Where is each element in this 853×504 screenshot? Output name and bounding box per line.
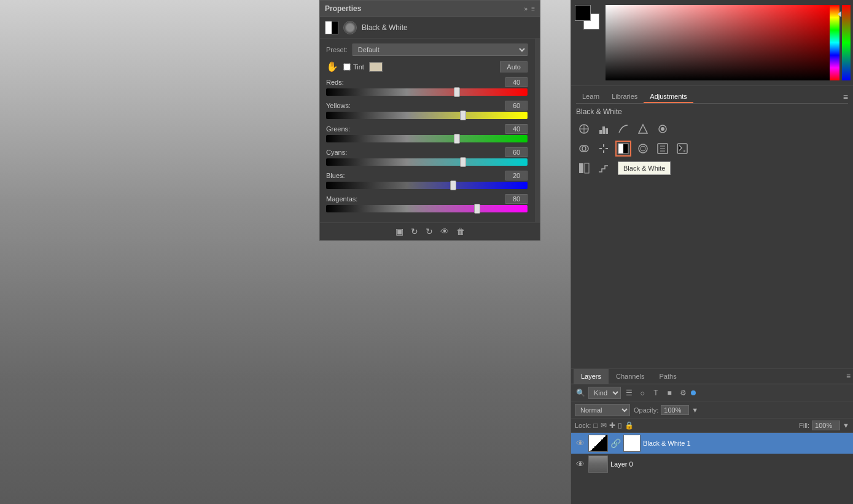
levels-icon[interactable]	[596, 121, 612, 137]
bw-circle-icon[interactable]	[343, 21, 357, 34]
layer-row-bw1[interactable]: 👁 🔗 Black & White 1	[571, 433, 853, 454]
kind-select[interactable]: Kind	[588, 387, 621, 399]
properties-panel: Properties » ≡ Black & White Preset:	[319, 0, 540, 241]
collapse-icon[interactable]: »	[524, 6, 528, 12]
magentas-thumb[interactable]	[474, 204, 480, 214]
delete-icon[interactable]: 🗑	[456, 227, 465, 236]
opacity-input[interactable]	[661, 405, 689, 415]
black-white-icon[interactable]	[615, 141, 631, 157]
lock-label: Lock:	[575, 422, 591, 429]
layer-eye-bw1[interactable]: 👁	[575, 438, 586, 449]
layer-type-filter-icon[interactable]: ☰	[623, 387, 634, 398]
spectrum-thumb[interactable]	[838, 11, 841, 17]
layer-chain-icon-bw1[interactable]: 🔗	[610, 438, 621, 448]
layers-area: Layers Channels Paths ≡ 🔍 Kind ☰ ☼ T ■ ⚙	[571, 369, 853, 504]
lock-all-icon[interactable]: 🔒	[625, 421, 634, 430]
fill-arrow[interactable]: ▼	[843, 422, 849, 429]
clip-to-layer-icon[interactable]: ▣	[395, 227, 403, 236]
reds-thumb[interactable]	[454, 87, 460, 97]
cyans-thumb[interactable]	[460, 157, 466, 167]
tab-adjustments[interactable]: Adjustments	[644, 91, 693, 103]
svg-rect-17	[585, 163, 589, 173]
adjustment-filter-icon[interactable]: ☼	[637, 387, 648, 398]
magentas-track[interactable]	[326, 205, 528, 212]
tab-learn[interactable]: Learn	[576, 91, 606, 103]
color-spectrum-bar[interactable]	[830, 5, 839, 80]
visibility-icon[interactable]: 👁	[440, 227, 449, 236]
opacity-arrow[interactable]: ▼	[691, 406, 698, 414]
hand-tool-icon[interactable]: ✋	[326, 61, 338, 72]
panel-menu-icon[interactable]: ≡	[843, 92, 848, 102]
layers-menu-icon[interactable]: ≡	[846, 372, 851, 381]
cyans-value[interactable]	[505, 147, 528, 157]
right-panel: Learn Libraries Adjustments ≡ Black & Wh…	[571, 0, 853, 504]
auto-button[interactable]: Auto	[500, 61, 528, 72]
bw-halftone-icon[interactable]	[325, 21, 338, 34]
color-bars-strip[interactable]	[842, 5, 851, 80]
opacity-label: Opacity:	[634, 406, 658, 414]
view-previous-icon[interactable]: ↻	[411, 227, 418, 236]
photo-filter-icon[interactable]	[635, 141, 651, 157]
svg-rect-10	[623, 144, 628, 153]
lock-artboard-icon[interactable]: ▯	[618, 421, 622, 430]
yellows-track[interactable]	[326, 112, 528, 119]
lock-transparent-icon[interactable]: □	[593, 421, 598, 430]
smart-filter-icon[interactable]: ⚙	[677, 387, 688, 398]
tint-checkbox[interactable]	[343, 63, 351, 71]
tab-channels[interactable]: Channels	[609, 369, 652, 384]
text-filter-icon[interactable]: T	[650, 387, 661, 398]
vibrance-icon[interactable]	[655, 121, 671, 137]
color-gradient-picker[interactable]	[606, 5, 830, 80]
greens-value[interactable]	[505, 124, 528, 134]
reds-value[interactable]	[505, 77, 528, 87]
lock-image-icon[interactable]: ✉	[601, 421, 607, 430]
hue-saturation-icon[interactable]	[576, 141, 592, 157]
properties-header-icons: » ≡	[524, 6, 535, 12]
cyans-label-row: Cyans:	[326, 147, 528, 157]
greens-thumb[interactable]	[454, 134, 460, 144]
reds-slider-row: Reds:	[326, 77, 528, 96]
layer-thumb-bw1	[588, 435, 608, 452]
magentas-label: Magentas:	[326, 195, 357, 203]
shape-filter-icon[interactable]: ■	[664, 387, 675, 398]
color-swatches	[571, 0, 603, 85]
tab-libraries[interactable]: Libraries	[606, 91, 644, 103]
blues-value[interactable]	[505, 171, 528, 180]
channel-mixer-icon[interactable]	[655, 141, 671, 157]
foreground-color-box[interactable]	[575, 5, 591, 21]
greens-label: Greens:	[326, 125, 350, 133]
blues-thumb[interactable]	[450, 180, 456, 190]
lock-position-icon[interactable]: ✚	[609, 421, 615, 430]
brightness-contrast-icon[interactable]	[576, 121, 592, 137]
svg-point-12	[639, 144, 647, 153]
reds-track[interactable]	[326, 88, 528, 96]
color-lookup-icon[interactable]	[674, 141, 690, 157]
greens-track[interactable]	[326, 135, 528, 142]
menu-icon[interactable]: ≡	[531, 6, 535, 12]
fill-input[interactable]	[812, 421, 840, 430]
tint-color-box[interactable]	[369, 62, 383, 72]
properties-subheader: Black & White	[320, 17, 540, 39]
svg-rect-15	[677, 144, 687, 153]
layer-eye-layer0[interactable]: 👁	[575, 459, 586, 470]
blues-track[interactable]	[326, 182, 528, 189]
curves-icon[interactable]	[615, 121, 631, 137]
cyans-track[interactable]	[326, 158, 528, 166]
magentas-value[interactable]	[505, 194, 528, 204]
color-balance-icon[interactable]	[596, 141, 612, 157]
search-filter-icon[interactable]: 🔍	[575, 387, 586, 398]
posterize-icon[interactable]	[596, 160, 612, 176]
layer-row-layer0[interactable]: 👁 Layer 0	[571, 454, 853, 475]
tab-layers[interactable]: Layers	[574, 369, 609, 384]
exposure-icon[interactable]	[635, 121, 651, 137]
properties-scrollbar[interactable]	[535, 39, 540, 222]
invert-icon[interactable]	[576, 160, 592, 176]
preset-select[interactable]: Default	[352, 44, 528, 56]
yellows-thumb[interactable]	[460, 110, 466, 120]
reset-icon[interactable]: ↻	[426, 227, 433, 236]
preset-label: Preset:	[326, 46, 348, 53]
blend-mode-select[interactable]: Normal	[575, 404, 630, 416]
yellows-value[interactable]	[505, 101, 528, 110]
tooltip-box: Black & White	[618, 161, 671, 175]
tab-paths[interactable]: Paths	[652, 369, 684, 384]
